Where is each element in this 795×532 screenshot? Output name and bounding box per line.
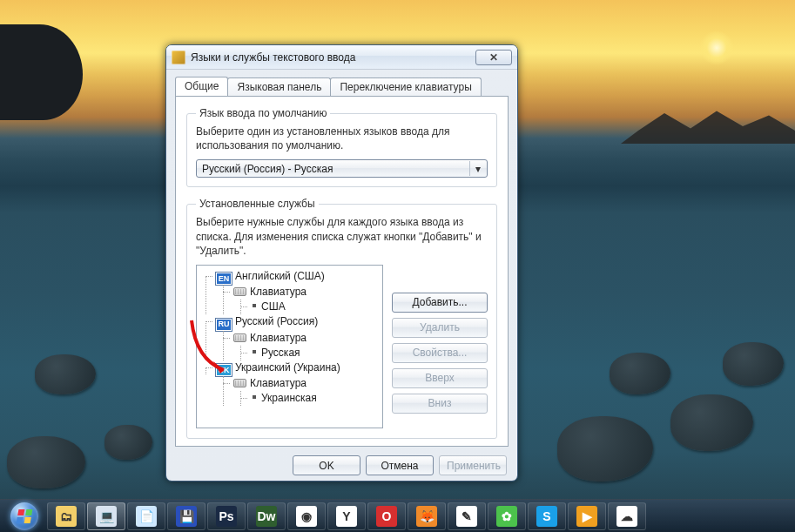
bullet-icon	[253, 304, 256, 307]
close-button[interactable]: ✕	[475, 50, 512, 65]
properties-button[interactable]: Свойства...	[392, 343, 488, 363]
desktop-sun-glow	[699, 30, 734, 65]
regional-settings-icon: 💻	[96, 506, 117, 527]
layout-node[interactable]: Украинская	[233, 391, 381, 406]
tab-keyboard-switch[interactable]: Переключение клавиатуры	[330, 77, 481, 97]
window-title: Языки и службы текстового ввода	[191, 51, 475, 64]
language-node[interactable]: ENАнглийский (США)КлавиатураСША	[199, 269, 381, 315]
lang-badge-icon: RU	[216, 319, 232, 331]
tab-strip: Общие Языковая панель Переключение клави…	[175, 77, 509, 96]
dialog-body: Общие Языковая панель Переключение клави…	[166, 70, 517, 481]
layout-name: Русская	[261, 347, 300, 359]
task-item-yandex[interactable]: Y	[327, 502, 366, 530]
task-item-notepad[interactable]: 📄	[127, 502, 165, 530]
default-language-group: Язык ввода по умолчанию Выберите один из…	[186, 107, 497, 187]
language-node[interactable]: RUРусский (Россия)КлавиатураРусская	[199, 314, 381, 360]
task-item-regional-settings[interactable]: 💻	[87, 502, 125, 530]
keyboard-label: Клавиатура	[250, 332, 307, 344]
app-icon	[172, 51, 185, 64]
layout-node[interactable]: Русская	[233, 346, 381, 360]
task-item-skype[interactable]: S	[528, 502, 566, 530]
task-item-opera[interactable]: O	[367, 502, 406, 530]
desktop-rocks	[621, 100, 795, 144]
layout-name: США	[261, 300, 286, 313]
tab-panel-general: Язык ввода по умолчанию Выберите один из…	[175, 96, 509, 447]
move-up-button[interactable]: Вверх	[392, 368, 488, 388]
task-item-file-explorer[interactable]: 🗂	[47, 502, 85, 530]
language-name: Украинский (Украина)	[235, 361, 340, 374]
default-language-combo-value: Русский (Россия) - Русская	[202, 163, 333, 175]
keyboard-icon	[233, 287, 246, 296]
skype-icon: S	[536, 506, 557, 527]
task-item-chrome[interactable]: ◉	[287, 502, 326, 530]
task-item-icq[interactable]: ✿	[488, 502, 526, 530]
installed-services-text: Выберите нужные службы для каждого языка…	[196, 215, 488, 258]
tab-general[interactable]: Общие	[175, 77, 228, 96]
tab-language-bar[interactable]: Языковая панель	[227, 77, 331, 97]
default-language-combo[interactable]: Русский (Россия) - Русская ▾	[196, 159, 488, 178]
save-diskette-icon: 💾	[176, 506, 197, 527]
dreamweaver-icon: Dw	[256, 506, 277, 527]
keyboard-label: Клавиатура	[250, 377, 307, 389]
move-down-button[interactable]: Вниз	[392, 394, 488, 414]
dialog-footer-buttons: OK Отмена Применить	[175, 447, 509, 475]
service-button-column: Добавить... Удалить Свойства... Вверх Вн…	[392, 265, 488, 428]
task-item-photoshop[interactable]: Ps	[207, 502, 246, 530]
mail-icon: ☁	[616, 506, 637, 527]
opera-icon: O	[376, 506, 397, 527]
icq-icon: ✿	[496, 506, 517, 527]
layout-node[interactable]: США	[233, 300, 381, 314]
default-language-legend: Язык ввода по умолчанию	[196, 107, 330, 119]
add-button[interactable]: Добавить...	[392, 293, 488, 313]
task-item-dreamweaver[interactable]: Dw	[247, 502, 286, 530]
task-item-firefox[interactable]: 🦊	[408, 502, 446, 530]
keyboard-node[interactable]: КлавиатураРусская	[216, 331, 381, 360]
default-language-text: Выберите один из установленных языков вв…	[196, 125, 488, 152]
taskbar: 🗂💻📄💾PsDw◉YO🦊✎✿S▶☁	[0, 499, 795, 532]
notepad-icon: 📄	[136, 506, 157, 527]
lang-badge-icon: EN	[216, 273, 232, 285]
chrome-icon: ◉	[296, 506, 317, 527]
keyboard-node[interactable]: КлавиатураСША	[216, 285, 381, 314]
apply-button[interactable]: Применить	[439, 455, 507, 475]
lang-badge-icon: UK	[216, 364, 232, 376]
task-item-mail[interactable]: ☁	[608, 502, 646, 530]
language-name: Русский (Россия)	[235, 315, 318, 327]
task-item-notes[interactable]: ✎	[448, 502, 486, 530]
start-button[interactable]	[3, 502, 45, 531]
close-icon: ✕	[489, 51, 498, 64]
language-tree[interactable]: ENАнглийский (США)КлавиатураСШАRUРусский…	[196, 265, 383, 428]
windows-logo-icon	[10, 502, 38, 530]
language-name: Английский (США)	[235, 270, 325, 282]
photoshop-icon: Ps	[216, 506, 237, 527]
keyboard-node[interactable]: КлавиатураУкраинская	[216, 376, 381, 406]
firefox-icon: 🦊	[416, 506, 437, 527]
task-item-media-player[interactable]: ▶	[568, 502, 606, 530]
layout-name: Украинская	[261, 392, 317, 404]
task-item-save-diskette[interactable]: 💾	[167, 502, 205, 530]
media-player-icon: ▶	[576, 506, 597, 527]
chevron-down-icon: ▾	[469, 161, 485, 176]
notes-icon: ✎	[456, 506, 477, 527]
bullet-icon	[253, 350, 256, 354]
file-explorer-icon: 🗂	[56, 506, 77, 527]
titlebar[interactable]: Языки и службы текстового ввода ✕	[166, 45, 517, 70]
remove-button[interactable]: Удалить	[392, 318, 488, 338]
cancel-button[interactable]: Отмена	[366, 455, 434, 475]
bullet-icon	[253, 395, 256, 399]
installed-services-legend: Установленные службы	[196, 198, 319, 210]
keyboard-label: Клавиатура	[250, 286, 307, 298]
keyboard-icon	[233, 333, 246, 342]
text-services-dialog: Языки и службы текстового ввода ✕ Общие …	[165, 44, 518, 481]
yandex-icon: Y	[336, 506, 357, 527]
language-node[interactable]: UKУкраинский (Украина)КлавиатураУкраинск…	[199, 360, 381, 407]
ok-button[interactable]: OK	[293, 455, 360, 475]
keyboard-icon	[233, 379, 246, 387]
installed-services-group: Установленные службы Выберите нужные слу…	[186, 198, 497, 439]
